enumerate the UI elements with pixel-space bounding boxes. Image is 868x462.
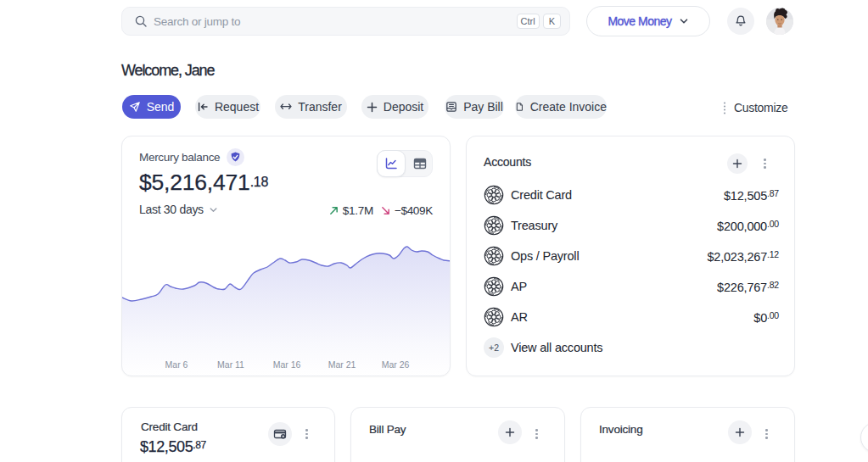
svg-text:Mar 16: Mar 16 bbox=[273, 359, 301, 370]
svg-text:Mar 11: Mar 11 bbox=[217, 359, 244, 370]
svg-text:Mar 6: Mar 6 bbox=[165, 359, 188, 370]
svg-text:Mar 21: Mar 21 bbox=[328, 359, 356, 370]
svg-text:Mar 26: Mar 26 bbox=[382, 359, 410, 370]
